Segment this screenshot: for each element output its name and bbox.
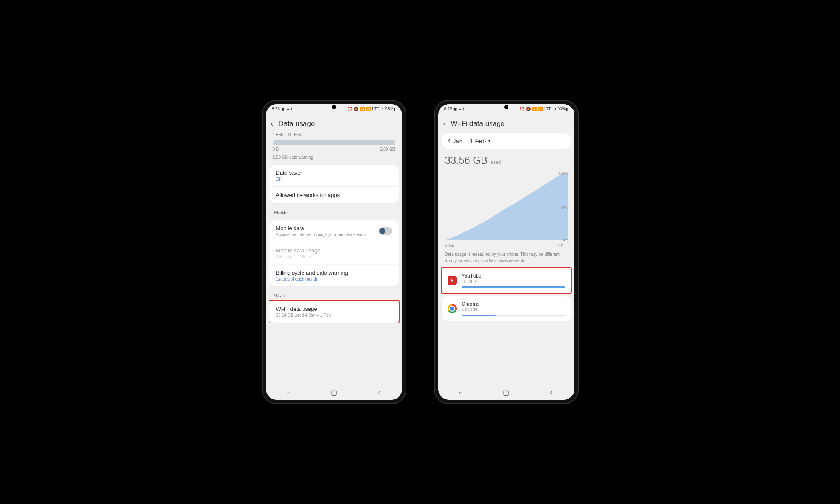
youtube-highlight: YouTube 18.28 GB	[441, 267, 572, 294]
usage-bar: 0 B 2.00 GB	[266, 139, 402, 153]
status-icons-left: ◼ ☁ t …	[453, 107, 470, 111]
back-icon[interactable]: ‹	[443, 119, 446, 128]
status-time: 8:23	[272, 107, 280, 111]
camera-cutout	[504, 105, 508, 109]
nav-bar: ⌐ ▢ ‹	[438, 385, 574, 400]
nav-recent-icon[interactable]: ⌐	[457, 388, 465, 396]
screen-right: 8:23 ◼ ☁ t … ⏰ 🔕 📶 📶 LTE ⊿ 93%▮ ‹ Wi-Fi …	[438, 104, 574, 400]
mobile-data-row[interactable]: Mobile data Access the internet through …	[269, 220, 399, 242]
bar-warning: 2.00 GB data warning	[266, 153, 402, 161]
wifi-data-usage-row[interactable]: Wi-Fi data usage 33.64 GB used 4 Jan – 1…	[269, 301, 399, 323]
total-usage: 33.56 GB used	[438, 151, 574, 170]
status-icons-right: ⏰ 🔕 📶 📶 LTE ⊿	[519, 107, 556, 111]
page-title: Data usage	[279, 120, 315, 128]
bar-min: 0 B	[273, 147, 279, 152]
header: ‹ Data usage	[266, 113, 402, 131]
nav-recent-icon[interactable]: ⌐	[284, 388, 293, 396]
usage-chart: 100% 50% 0%	[445, 173, 568, 240]
status-icons-left: ◼ ☁ t …	[281, 107, 298, 111]
app-row-chrome[interactable]: Chrome 5.96 GB	[442, 296, 571, 321]
section-wifi: Wi-Fi	[266, 290, 402, 300]
section-mobile: Mobile	[266, 207, 402, 217]
nav-bar: ⌐ ▢ ‹	[266, 385, 402, 400]
mobile-data-usage-row[interactable]: Mobile data usage 0 B used 1 – 28 Feb	[269, 242, 399, 265]
svg-marker-0	[445, 173, 568, 240]
chrome-icon	[448, 304, 457, 313]
nav-home-icon[interactable]: ▢	[330, 388, 338, 396]
nav-back-icon[interactable]: ‹	[548, 388, 556, 396]
date-range-dropdown[interactable]: 4 Jan – 1 Feb ▾	[442, 133, 571, 149]
back-icon[interactable]: ‹	[271, 119, 274, 128]
status-icons-right: ⏰ 🔕 📶 📶 LTE ⊿	[347, 107, 384, 111]
screen-left: 8:23 ◼ ☁ t … ⏰ 🔕 📶 📶 LTE ⊿ 93%▮ ‹ Data u…	[266, 104, 402, 400]
billing-cycle-row[interactable]: Billing cycle and data warning 1st day o…	[269, 265, 399, 286]
wifi-usage-highlight: Wi-Fi data usage 33.64 GB used 4 Jan – 1…	[269, 300, 400, 323]
nav-back-icon[interactable]: ‹	[375, 388, 384, 396]
header: ‹ Wi-Fi data usage	[438, 113, 574, 131]
page-title: Wi-Fi data usage	[451, 120, 505, 128]
status-battery: 93%▮	[385, 107, 396, 111]
phone-right: 8:23 ◼ ☁ t … ⏰ 🔕 📶 📶 LTE ⊿ 93%▮ ‹ Wi-Fi …	[435, 101, 578, 403]
chart-x-labels: 4 Jan 1 Feb	[438, 244, 574, 248]
nav-home-icon[interactable]: ▢	[502, 388, 511, 396]
info-text: Data usage is measured by your phone. Th…	[438, 248, 574, 267]
allowed-networks-row[interactable]: Allowed networks for apps	[269, 187, 399, 203]
camera-cutout	[332, 105, 336, 109]
mobile-data-toggle[interactable]	[379, 227, 392, 235]
date-range: 1 Feb – 28 Feb	[266, 131, 402, 139]
chevron-down-icon: ▾	[488, 139, 490, 143]
phone-left: 8:23 ◼ ☁ t … ⏰ 🔕 📶 📶 LTE ⊿ 93%▮ ‹ Data u…	[263, 101, 406, 403]
youtube-icon	[448, 276, 457, 285]
bar-max: 2.00 GB	[380, 147, 395, 152]
data-saver-row[interactable]: Data saver Off	[269, 165, 399, 187]
status-battery: 93%▮	[557, 107, 568, 111]
app-row-youtube[interactable]: YouTube 18.28 GB	[442, 268, 571, 293]
status-time: 8:23	[444, 107, 452, 111]
